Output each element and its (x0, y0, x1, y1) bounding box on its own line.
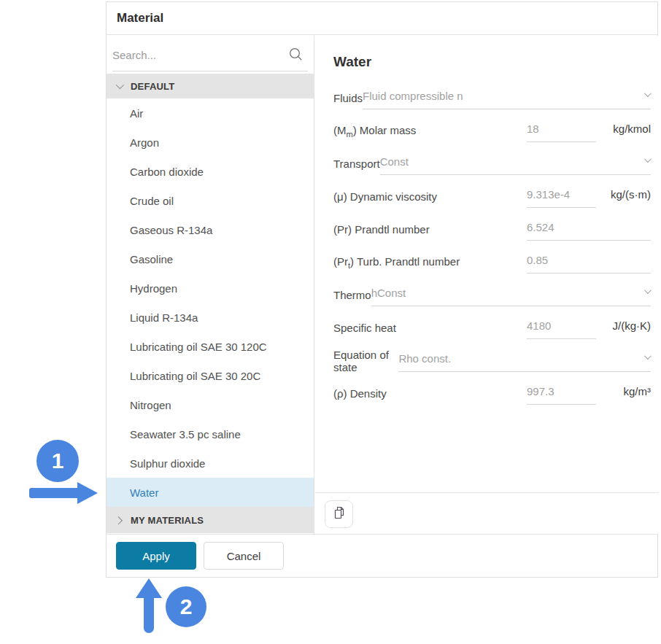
list-item-liquid-r134a[interactable]: Liquid R-134a (107, 303, 314, 332)
annotation-arrow-up (144, 597, 154, 633)
turb-prandtl-input[interactable]: 0.85 (527, 252, 651, 273)
list-item-lubricating-oil-120c[interactable]: Lubricating oil SAE 30 120C (107, 332, 314, 361)
field-fluids: Fluids Fluid compressible n (333, 82, 651, 115)
chevron-right-icon (115, 516, 123, 524)
field-prandtl-number: (Pr) Prandtl number 6.524 (333, 213, 651, 246)
field-label: Transport (333, 158, 380, 170)
list-item-air[interactable]: Air (107, 98, 314, 128)
page-background: Material DEFAULT Air Argon (0, 0, 661, 644)
unit-label: kg/m³ (624, 385, 652, 402)
field-label: Equation of state (333, 349, 398, 373)
field-label: (Pr) Prandtl number (333, 223, 430, 236)
field-transport: Transport Const (333, 147, 651, 180)
field-label: Specific heat (333, 322, 396, 334)
dialog-footer: Apply Cancel (107, 534, 657, 577)
unit-label: kg/(s·m) (611, 188, 651, 205)
fluids-select[interactable]: Fluid compressible n (363, 88, 651, 109)
panel-separator (315, 492, 659, 493)
chevron-down-icon (644, 90, 652, 97)
chevron-down-icon (644, 287, 652, 294)
list-item-crude-oil[interactable]: Crude oil (107, 186, 314, 215)
chevron-down-icon (116, 81, 124, 89)
list-item-sulphur-dioxide[interactable]: Sulphur dioxide (107, 449, 314, 478)
list-item-gasoline[interactable]: Gasoline (107, 244, 314, 273)
unit-label: kg/kmol (613, 123, 651, 139)
field-label: (μ) Dynamic viscosity (333, 190, 437, 203)
annotation-step-2-badge: 2 (166, 586, 206, 627)
field-label: (ρ) Density (333, 387, 387, 400)
search-underline (112, 71, 308, 71)
copy-material-button[interactable] (325, 500, 353, 528)
molar-mass-input[interactable]: 18 (527, 120, 596, 142)
annotation-arrow-right-head (77, 482, 98, 504)
apply-button[interactable]: Apply (116, 542, 196, 570)
field-density: (ρ) Density 997.3 kg/m³ (333, 377, 651, 410)
search-input[interactable] (112, 42, 287, 68)
equation-of-state-select[interactable]: Rho const. (398, 350, 651, 372)
cancel-button[interactable]: Cancel (204, 542, 284, 570)
search-row (107, 36, 314, 74)
list-item-nitrogen[interactable]: Nitrogen (107, 390, 314, 419)
list-item-carbon-dioxide[interactable]: Carbon dioxide (107, 157, 314, 186)
specific-heat-input[interactable]: 4180 (527, 317, 596, 339)
field-turb-prandtl-number: (Prt) Turb. Prandtl number 0.85 (333, 246, 651, 279)
material-list: Air Argon Carbon dioxide Crude oil Gaseo… (107, 98, 314, 507)
prandtl-input[interactable]: 6.524 (527, 219, 651, 241)
field-label: Thermo (333, 289, 371, 301)
dialog-title-bar: Material (107, 2, 657, 35)
list-item-water[interactable]: Water (107, 478, 314, 507)
copy-icon (332, 505, 347, 523)
annotation-step-1-badge: 1 (36, 440, 79, 482)
field-specific-heat: Specific heat 4180 J/(kg·K) (333, 311, 651, 344)
field-molar-mass: (Mm) Molar mass 18 kg/kmol (333, 115, 651, 147)
select-value: Rho const. (398, 352, 464, 365)
sidebar-section-default[interactable]: DEFAULT (107, 74, 314, 98)
list-item-gaseous-r134a[interactable]: Gaseous R-134a (107, 215, 314, 244)
field-equation-of-state: Equation of state Rho const. (333, 344, 651, 377)
list-item-lubricating-oil-20c[interactable]: Lubricating oil SAE 30 20C (107, 361, 314, 390)
annotation-arrow-up-head (136, 578, 162, 598)
section-label: MY MATERIALS (131, 515, 204, 526)
unit-label: J/(kg·K) (613, 319, 652, 336)
annotation-arrow-right (29, 488, 79, 498)
sidebar-section-my-materials[interactable]: MY MATERIALS (107, 507, 314, 533)
property-fields: Fluids Fluid compressible n (Mm) Molar m… (333, 82, 651, 410)
material-sidebar: DEFAULT Air Argon Carbon dioxide Crude o… (107, 36, 314, 534)
thermo-select[interactable]: hConst (371, 284, 651, 306)
transport-select[interactable]: Const (380, 153, 651, 175)
dialog-title: Material (117, 11, 163, 26)
list-item-argon[interactable]: Argon (107, 128, 314, 157)
detail-title: Water (333, 54, 371, 70)
list-item-seawater[interactable]: Seawater 3.5 pc saline (107, 419, 314, 449)
viscosity-control: 9.313e-4 kg/(s·m) (527, 186, 651, 208)
field-label: (Mm) Molar mass (333, 124, 416, 139)
viscosity-input[interactable]: 9.313e-4 (527, 186, 596, 208)
prandtl-control: 6.524 (527, 219, 651, 241)
field-dynamic-viscosity: (μ) Dynamic viscosity 9.313e-4 kg/(s·m) (333, 180, 651, 213)
molar-mass-control: 18 kg/kmol (527, 120, 651, 142)
field-thermo: Thermo hConst (333, 279, 651, 311)
chevron-down-icon (644, 352, 652, 360)
select-value: Fluid compressible n (363, 90, 476, 102)
material-detail-panel: Water Fluids Fluid compressible n (Mm) M… (315, 36, 659, 534)
section-label: DEFAULT (131, 81, 174, 92)
density-control: 997.3 kg/m³ (527, 383, 651, 405)
field-label: Fluids (333, 92, 363, 104)
material-dialog: Material DEFAULT Air Argon (106, 1, 658, 578)
select-value: Const (380, 155, 422, 168)
list-item-hydrogen[interactable]: Hydrogen (107, 273, 314, 303)
density-input[interactable]: 997.3 (527, 383, 596, 405)
field-label: (Prt) Turb. Prandtl number (333, 255, 460, 270)
select-value: hConst (371, 287, 420, 299)
magnifier-icon (288, 47, 304, 65)
turb-prandtl-control: 0.85 (527, 252, 651, 273)
chevron-down-icon (644, 155, 652, 163)
specific-heat-control: 4180 J/(kg·K) (527, 317, 651, 339)
